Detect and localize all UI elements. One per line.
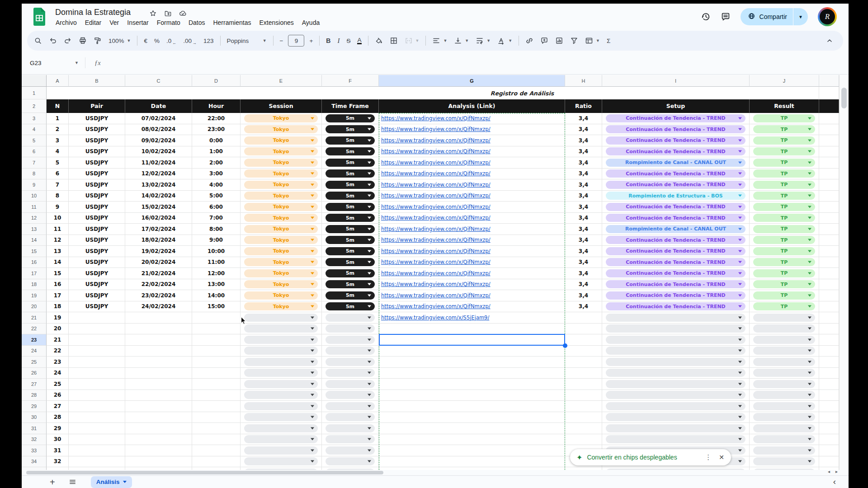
- vertical-scrollbar[interactable]: [839, 75, 849, 470]
- cell-C13[interactable]: 17/02/2024: [125, 224, 192, 235]
- cell-B5[interactable]: USDJPY: [69, 135, 125, 146]
- result-chip[interactable]: TP: [753, 291, 815, 300]
- cell-I30[interactable]: [602, 412, 750, 423]
- cell-F24[interactable]: [322, 346, 379, 357]
- cell-D8[interactable]: 3:00: [192, 169, 241, 180]
- cell-G9[interactable]: https://www.tradingview.com/x/QifNmxzp/: [379, 179, 565, 191]
- cell-D25[interactable]: [192, 357, 241, 368]
- cell-D22[interactable]: [192, 324, 241, 335]
- cell-G23[interactable]: [379, 334, 565, 346]
- cell-D28[interactable]: [192, 390, 241, 401]
- setup-chip[interactable]: Continuación de Tendencia - TREND: [606, 203, 745, 211]
- timeframe-chip[interactable]: 5m: [326, 181, 375, 189]
- column-header-D[interactable]: D: [192, 75, 241, 87]
- cell-B6[interactable]: USDJPY: [69, 146, 125, 158]
- empty-chip[interactable]: [753, 347, 815, 355]
- empty-chip[interactable]: [326, 358, 375, 366]
- timeframe-chip[interactable]: 5m: [326, 136, 375, 145]
- cell-H14[interactable]: 3,4: [565, 235, 602, 246]
- title-cell[interactable]: Registro de Análisis: [47, 87, 819, 99]
- row-header-31[interactable]: 31: [22, 423, 47, 434]
- result-chip[interactable]: TP: [753, 247, 815, 255]
- analysis-link[interactable]: https://www.tradingview.com/x/QifNmxzp/: [381, 126, 491, 132]
- cell-C16[interactable]: 20/02/2024: [125, 257, 192, 268]
- cell-C29[interactable]: [125, 401, 192, 412]
- empty-chip[interactable]: [326, 324, 375, 333]
- cell-F4[interactable]: 5m: [322, 124, 379, 136]
- cell-D19[interactable]: 14:00: [192, 290, 241, 301]
- cell-F26[interactable]: [322, 368, 379, 379]
- cell-I9[interactable]: Continuación de Tendencia - TREND: [602, 179, 750, 191]
- cell-F21[interactable]: [322, 312, 379, 324]
- toast-action-label[interactable]: Convertir en chips desplegables: [587, 454, 701, 461]
- timeframe-chip[interactable]: 5m: [326, 225, 375, 233]
- cell-B12[interactable]: USDJPY: [69, 213, 125, 224]
- cell-K7[interactable]: [819, 157, 839, 169]
- cell-E16[interactable]: Tokyo: [241, 257, 322, 268]
- cell-C9[interactable]: 13/02/2024: [125, 179, 192, 191]
- cell-J9[interactable]: TP: [750, 179, 819, 191]
- cell-G31[interactable]: [379, 423, 565, 434]
- empty-chip[interactable]: [244, 347, 318, 355]
- empty-chip[interactable]: [326, 380, 375, 388]
- cell-K15[interactable]: [819, 246, 839, 257]
- row-header-10[interactable]: 10: [22, 191, 47, 202]
- analysis-link[interactable]: https://www.tradingview.com/x/QifNmxzp/: [381, 160, 491, 166]
- cell-K18[interactable]: [819, 279, 839, 291]
- cell-B19[interactable]: USDJPY: [69, 290, 125, 301]
- cell-I7[interactable]: Rompimiento de Canal - CANAL OUT: [602, 157, 750, 169]
- column-header-E[interactable]: E: [241, 75, 322, 87]
- cell-F29[interactable]: [322, 401, 379, 412]
- cell-K10[interactable]: [819, 191, 839, 202]
- cell-F28[interactable]: [322, 390, 379, 401]
- toolbar-search[interactable]: [31, 34, 45, 47]
- cell-I22[interactable]: [602, 324, 750, 335]
- cell-B3[interactable]: USDJPY: [69, 113, 125, 124]
- cell-F8[interactable]: 5m: [322, 169, 379, 180]
- row-header-19[interactable]: 19: [22, 290, 47, 301]
- cell-K12[interactable]: [819, 213, 839, 224]
- cell-E6[interactable]: Tokyo: [241, 146, 322, 158]
- timeframe-chip[interactable]: 5m: [326, 269, 375, 277]
- toolbar-fill-color[interactable]: [372, 34, 386, 47]
- cell-H11[interactable]: 3,4: [565, 202, 602, 213]
- cell-G18[interactable]: https://www.tradingview.com/x/QifNmxzp/: [379, 279, 565, 291]
- share-dropdown-button[interactable]: ▼: [793, 8, 808, 25]
- cell-C19[interactable]: 23/02/2024: [125, 290, 192, 301]
- row-header-34[interactable]: 34: [22, 456, 47, 468]
- timeframe-chip[interactable]: 5m: [326, 280, 375, 288]
- empty-chip[interactable]: [753, 336, 815, 344]
- row-header-15[interactable]: 15: [22, 246, 47, 257]
- cell-A27[interactable]: 25: [47, 379, 69, 390]
- cell-D4[interactable]: 23:00: [192, 124, 241, 136]
- session-chip[interactable]: Tokyo: [244, 280, 318, 288]
- cell-G8[interactable]: https://www.tradingview.com/x/QifNmxzp/: [379, 169, 565, 180]
- row-header-5[interactable]: 5: [22, 135, 47, 146]
- row-header-2[interactable]: 2: [22, 99, 47, 113]
- toolbar-functions[interactable]: Σ: [604, 34, 613, 47]
- cell-G24[interactable]: [379, 346, 565, 357]
- result-chip[interactable]: TP: [753, 125, 815, 133]
- cell-J14[interactable]: TP: [750, 235, 819, 246]
- session-chip[interactable]: Tokyo: [244, 192, 318, 200]
- cell-B17[interactable]: USDJPY: [69, 268, 125, 279]
- cell-F18[interactable]: 5m: [322, 279, 379, 291]
- cell-G25[interactable]: [379, 357, 565, 368]
- cell-E15[interactable]: Tokyo: [241, 246, 322, 257]
- cell-I23[interactable]: [602, 334, 750, 346]
- empty-chip[interactable]: [606, 324, 745, 333]
- empty-chip[interactable]: [753, 424, 815, 432]
- cell-A13[interactable]: 11: [47, 224, 69, 235]
- toolbar-decrease-font-size[interactable]: −: [277, 34, 287, 47]
- cell-H18[interactable]: 3,4: [565, 279, 602, 291]
- cell-E8[interactable]: Tokyo: [241, 169, 322, 180]
- cell-H3[interactable]: 3,4: [565, 113, 602, 124]
- cell-H23[interactable]: [565, 334, 602, 346]
- cell-I25[interactable]: [602, 357, 750, 368]
- empty-chip[interactable]: [606, 369, 745, 377]
- row-header-26[interactable]: 26: [22, 368, 47, 379]
- cell-H27[interactable]: [565, 379, 602, 390]
- cell-K29[interactable]: [819, 401, 839, 412]
- cell-C30[interactable]: [125, 412, 192, 423]
- cell-D10[interactable]: 5:00: [192, 191, 241, 202]
